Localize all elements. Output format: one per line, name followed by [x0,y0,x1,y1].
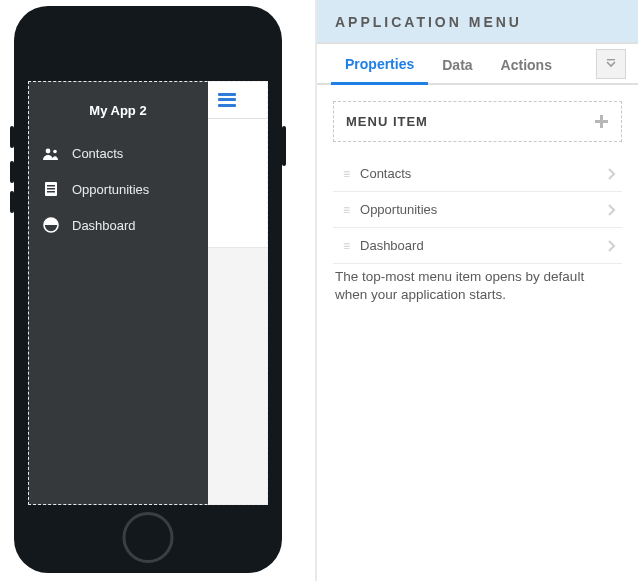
phone-side-button [10,191,14,213]
clipboard-icon [42,181,60,197]
phone-side-button [10,126,14,148]
panel-tabs: Properties Data Actions [317,44,638,85]
svg-rect-5 [47,191,55,193]
svg-rect-7 [607,59,615,60]
contacts-icon [42,147,60,161]
tab-data[interactable]: Data [428,45,486,83]
menu-item-row[interactable]: ≡ Opportunities [333,192,622,228]
drawer-item-label: Opportunities [72,182,149,197]
panel-header: APPLICATION MENU [317,0,638,44]
drawer-item-label: Contacts [72,146,123,161]
app-content [208,119,268,505]
app-title: My App 2 [28,81,208,136]
svg-rect-9 [595,120,608,123]
svg-rect-4 [47,188,55,190]
drag-handle-icon[interactable]: ≡ [343,168,348,180]
menu-item-label: Opportunities [360,202,595,217]
add-menu-item-button[interactable] [594,114,609,129]
tab-actions[interactable]: Actions [487,45,566,83]
phone-frame: My App 2 Contacts Opportunities [14,6,282,573]
drawer-item-opportunities[interactable]: Opportunities [28,171,208,207]
phone-screen[interactable]: My App 2 Contacts Opportunities [28,81,268,505]
svg-point-1 [53,149,57,153]
drag-handle-icon[interactable]: ≡ [343,204,348,216]
svg-point-0 [46,148,51,153]
help-text: The top-most menu item opens by default … [333,264,622,304]
section-title: MENU ITEM [346,114,428,129]
tab-properties[interactable]: Properties [331,44,428,85]
panel-title: APPLICATION MENU [335,14,620,30]
collapse-icon [605,58,617,70]
chevron-right-icon [607,239,616,253]
hamburger-icon[interactable] [218,93,236,107]
drag-handle-icon[interactable]: ≡ [343,240,348,252]
phone-side-button [10,161,14,183]
properties-panel: APPLICATION MENU Properties Data Actions… [315,0,638,581]
panel-body: MENU ITEM ≡ Contacts ≡ Opportunities ≡ [317,85,638,320]
plus-icon [594,114,609,129]
drawer-item-label: Dashboard [72,218,136,233]
menu-item-row[interactable]: ≡ Dashboard [333,228,622,264]
menu-item-row[interactable]: ≡ Contacts [333,156,622,192]
chevron-right-icon [607,167,616,181]
preview-pane: My App 2 Contacts Opportunities [0,0,315,581]
chevron-right-icon [607,203,616,217]
drawer-item-dashboard[interactable]: Dashboard [28,207,208,243]
collapse-button[interactable] [596,49,626,79]
svg-rect-3 [47,185,55,187]
app-toolbar [208,81,268,119]
drawer-item-contacts[interactable]: Contacts [28,136,208,171]
dashboard-icon [42,217,60,233]
phone-power-button [282,126,286,166]
menu-item-label: Contacts [360,166,595,181]
menu-item-label: Dashboard [360,238,595,253]
app-drawer: My App 2 Contacts Opportunities [28,81,208,505]
menu-item-section-header: MENU ITEM [333,101,622,142]
